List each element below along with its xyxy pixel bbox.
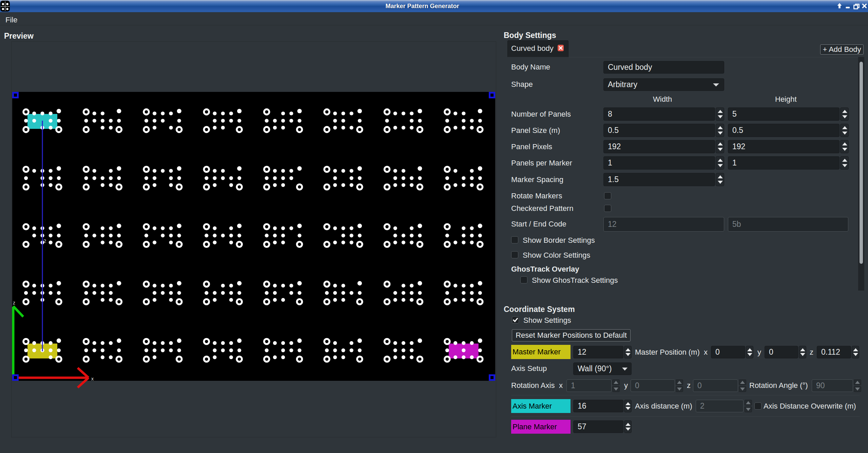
- svg-text:x: x: [91, 376, 94, 381]
- svg-text:z: z: [13, 300, 15, 306]
- svg-text:2: 2: [43, 238, 46, 244]
